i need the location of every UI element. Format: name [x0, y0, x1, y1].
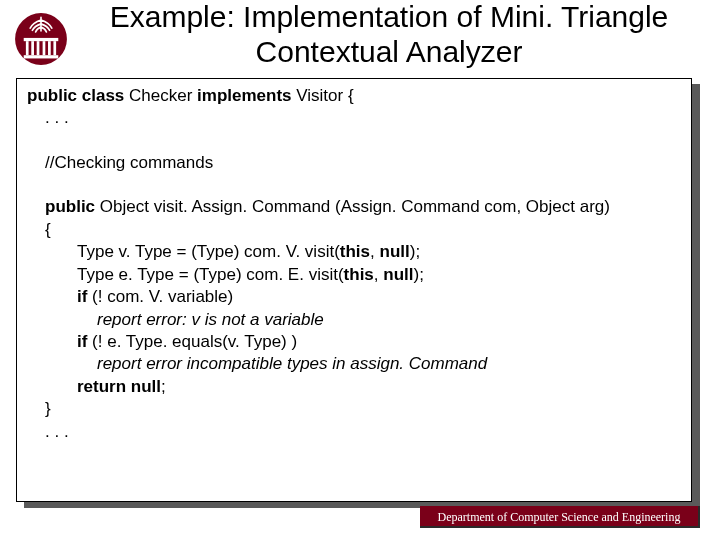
code-line: public class Checker implements Visitor … [27, 85, 681, 107]
blank-line [27, 130, 681, 152]
code-text: , [374, 265, 383, 284]
code-text: ; [161, 377, 166, 396]
footer-bar: Department of Computer Science and Engin… [420, 506, 700, 528]
code-comment: //Checking commands [27, 152, 681, 174]
code-box: public class Checker implements Visitor … [16, 78, 692, 502]
slide: Example: Implementation of Mini. Triangl… [0, 0, 720, 540]
code-text: ); [410, 242, 420, 261]
tree-gate-icon [14, 12, 68, 66]
code-text: (! e. Type. equals(v. Type) ) [87, 332, 297, 351]
code-text: (! com. V. variable) [87, 287, 233, 306]
keyword: null [380, 242, 410, 261]
code-text: ); [414, 265, 424, 284]
keyword: this [340, 242, 370, 261]
code-text: , [370, 242, 379, 261]
code-line: Type v. Type = (Type) com. V. visit(this… [27, 241, 681, 263]
code-text: Visitor { [292, 86, 354, 105]
svg-rect-1 [24, 38, 59, 41]
keyword: public class [27, 86, 124, 105]
keyword: implements [197, 86, 291, 105]
slide-title: Example: Implementation of Mini. Triangl… [78, 0, 700, 69]
code-line: . . . [27, 107, 681, 129]
keyword: if [77, 332, 87, 351]
code-line: public Object visit. Assign. Command (As… [27, 196, 681, 218]
blank-line [27, 174, 681, 196]
keyword: this [344, 265, 374, 284]
code-text: Object visit. Assign. Command (Assign. C… [95, 197, 610, 216]
code-line: report error incompatible types in assig… [27, 353, 681, 375]
svg-rect-8 [24, 55, 59, 58]
code-line: report error: v is not a variable [27, 309, 681, 331]
svg-rect-7 [53, 41, 56, 55]
svg-rect-3 [31, 41, 34, 55]
code-line: } [27, 398, 681, 420]
code-line: if (! e. Type. equals(v. Type) ) [27, 331, 681, 353]
university-logo [14, 12, 68, 66]
keyword: public [45, 197, 95, 216]
code-text: Checker [124, 86, 197, 105]
keyword: if [77, 287, 87, 306]
svg-rect-2 [26, 41, 29, 55]
svg-rect-6 [48, 41, 51, 55]
code-text: Type v. Type = (Type) com. V. visit( [77, 242, 340, 261]
keyword: null [383, 265, 413, 284]
code-line: if (! com. V. variable) [27, 286, 681, 308]
code-line: . . . [27, 421, 681, 443]
code-line: return null; [27, 376, 681, 398]
code-text: Type e. Type = (Type) com. E. visit( [77, 265, 344, 284]
code-line: Type e. Type = (Type) com. E. visit(this… [27, 264, 681, 286]
svg-rect-5 [43, 41, 46, 55]
svg-rect-4 [37, 41, 40, 55]
keyword: return null [77, 377, 161, 396]
code-line: { [27, 219, 681, 241]
